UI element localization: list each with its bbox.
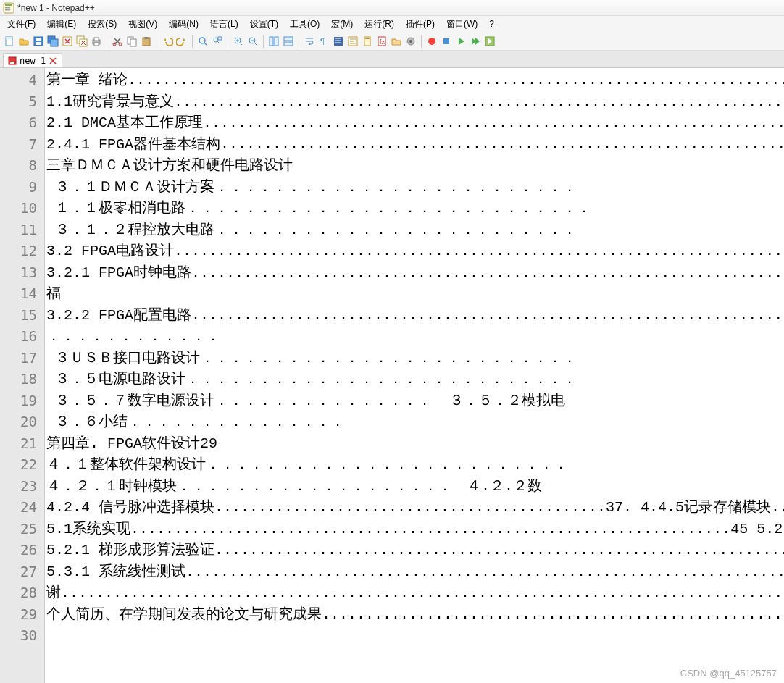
- text-line[interactable]: ３．１．２程控放大电路．．．．．．．．．．．．．．．．．．．．．．．．．: [45, 219, 784, 241]
- copy-icon[interactable]: [125, 35, 138, 48]
- text-line[interactable]: ３ＵＳＢ接口电路设计．．．．．．．．．．．．．．．．．．．．．．．．．．: [45, 348, 784, 369]
- line-number: 5: [0, 91, 44, 113]
- line-number: 30: [0, 625, 44, 647]
- menu-language[interactable]: 语言(L): [204, 17, 244, 32]
- text-line[interactable]: ３．５．７数字电源设计．．．．．．．．．．．．．．． ３．５．２模拟电: [45, 390, 784, 412]
- text-line[interactable]: 谢.......................................…: [45, 582, 784, 604]
- text-line[interactable]: 三章ＤＭＣＡ设计方案和硬件电路设计: [45, 155, 784, 177]
- menu-window[interactable]: 窗口(W): [441, 17, 483, 32]
- close-file-icon[interactable]: [61, 35, 74, 48]
- svg-rect-30: [284, 37, 293, 41]
- sync-vscroll-icon[interactable]: [267, 35, 280, 48]
- text-line[interactable]: 个人简历、在学期间发表的论文与研究成果.....................…: [45, 604, 784, 626]
- save-icon[interactable]: [32, 35, 45, 48]
- replace-icon[interactable]: [211, 35, 224, 48]
- line-number: 13: [0, 262, 44, 284]
- text-line[interactable]: 第一章 绪论..................................…: [45, 70, 784, 91]
- toolbar-separator: [157, 35, 157, 48]
- text-line[interactable]: ４．２．１时钟模块．．．．．．．．．．．．．．．．．．． ４.２.２数: [45, 476, 784, 498]
- print-icon[interactable]: [90, 35, 103, 48]
- text-line[interactable]: 5.3.1 系统线性测试............................…: [45, 561, 784, 583]
- menu-run[interactable]: 运行(R): [359, 17, 400, 32]
- show-all-chars-icon[interactable]: ¶: [317, 35, 330, 48]
- line-number: 10: [0, 198, 44, 219]
- line-number: 4: [0, 70, 44, 91]
- text-line[interactable]: 4.2.4 信号脉冲选择模块..........................…: [45, 497, 784, 519]
- text-line[interactable]: 福: [45, 283, 784, 305]
- toolbar-separator: [299, 35, 299, 48]
- cut-icon[interactable]: [111, 35, 124, 48]
- wordwrap-icon[interactable]: [303, 35, 316, 48]
- svg-text:¶: ¶: [320, 37, 325, 46]
- svg-rect-7: [36, 42, 41, 45]
- menu-tools[interactable]: 工具(O): [284, 17, 325, 32]
- folder-view-icon[interactable]: [390, 35, 403, 48]
- find-icon[interactable]: [196, 35, 209, 48]
- text-line[interactable]: 2.4.1 FPGA器件基本结构........................…: [45, 134, 784, 156]
- menu-search[interactable]: 搜索(S): [82, 17, 122, 32]
- line-number: 16: [0, 326, 44, 348]
- line-number: 17: [0, 348, 44, 369]
- menu-encoding[interactable]: 编码(N): [163, 17, 204, 32]
- text-line[interactable]: ３．６小结．．．．．．．．．．．．．．．: [45, 411, 784, 433]
- menu-macro[interactable]: 宏(M): [325, 17, 359, 32]
- menu-plugins[interactable]: 插件(P): [400, 17, 441, 32]
- line-number: 24: [0, 497, 44, 519]
- save-macro-icon[interactable]: [483, 35, 496, 48]
- menu-settings[interactable]: 设置(T): [244, 17, 284, 32]
- doc-map-icon[interactable]: [361, 35, 374, 48]
- tab-modified-icon: [8, 56, 17, 65]
- tab-close-icon[interactable]: [49, 56, 57, 65]
- tab-new1[interactable]: new 1: [3, 53, 62, 67]
- close-all-icon[interactable]: [75, 35, 88, 48]
- redo-icon[interactable]: [175, 35, 188, 48]
- app-icon: [3, 2, 14, 14]
- paste-icon[interactable]: [140, 35, 153, 48]
- text-line[interactable]: ４．１整体软件架构设计．．．．．．．．．．．．．．．．．．．．．．．．．: [45, 454, 784, 476]
- text-area[interactable]: 第一章 绪论..................................…: [45, 68, 784, 683]
- text-line[interactable]: ３．１ＤＭＣＡ设计方案．．．．．．．．．．．．．．．．．．．．．．．．．: [45, 177, 784, 198]
- menu-file[interactable]: 文件(F): [1, 17, 41, 32]
- open-file-icon[interactable]: [17, 35, 30, 48]
- tab-label: new 1: [20, 56, 46, 66]
- menu-view[interactable]: 视图(V): [122, 17, 163, 32]
- text-line[interactable]: ．．．．．．．．．．．．: [45, 326, 784, 348]
- zoom-out-icon[interactable]: [246, 35, 259, 48]
- line-number: 28: [0, 582, 44, 604]
- undo-icon[interactable]: [161, 35, 174, 48]
- text-line[interactable]: 1.1研究背景与意义..............................…: [45, 91, 784, 113]
- zoom-in-icon[interactable]: [232, 35, 245, 48]
- text-line[interactable]: 3.2.1 FPGA时钟电路..........................…: [45, 262, 784, 284]
- line-number: 7: [0, 134, 44, 156]
- menubar: 文件(F) 编辑(E) 搜索(S) 视图(V) 编码(N) 语言(L) 设置(T…: [0, 16, 784, 32]
- monitor-icon[interactable]: [404, 35, 417, 48]
- text-line[interactable]: 第四章. FPGA软件设计29: [45, 433, 784, 455]
- text-line[interactable]: [45, 625, 784, 647]
- svg-rect-8: [36, 38, 41, 41]
- editor: 4567891011121314151617181920212223242526…: [0, 68, 784, 683]
- stop-macro-icon[interactable]: [440, 35, 453, 48]
- text-line[interactable]: 5.1系统实现.................................…: [45, 519, 784, 540]
- sync-hscroll-icon[interactable]: [282, 35, 295, 48]
- text-line[interactable]: 5.2.1 梯形成形算法验证..........................…: [45, 540, 784, 561]
- play-macro-icon[interactable]: [454, 35, 467, 48]
- menu-edit[interactable]: 编辑(E): [41, 17, 82, 32]
- svg-rect-20: [130, 39, 136, 46]
- text-line[interactable]: 3.2.2 FPGA配置电路..........................…: [45, 305, 784, 327]
- text-line[interactable]: １．１极零相消电路．．．．．．．．．．．．．．．．．．．．．．．．．．．．: [45, 198, 784, 219]
- text-line[interactable]: 3.2 FPGA电路设计............................…: [45, 240, 784, 262]
- text-line[interactable]: ３．５电源电路设计．．．．．．．．．．．．．．．．．．．．．．．．．．．: [45, 369, 784, 390]
- menu-help[interactable]: ?: [483, 17, 500, 30]
- function-list-icon[interactable]: fx: [375, 35, 388, 48]
- play-multi-icon[interactable]: [469, 35, 482, 48]
- user-lang-icon[interactable]: [346, 35, 359, 48]
- toolbar-separator: [107, 35, 107, 48]
- record-macro-icon[interactable]: [425, 35, 438, 48]
- save-all-icon[interactable]: [46, 35, 59, 48]
- text-line[interactable]: 2.1 DMCA基本工作原理..........................…: [45, 112, 784, 134]
- new-file-icon[interactable]: [3, 35, 16, 48]
- toolbar-separator: [192, 35, 193, 48]
- line-number: 20: [0, 411, 44, 433]
- svg-rect-5: [6, 37, 12, 39]
- indent-guide-icon[interactable]: [332, 35, 345, 48]
